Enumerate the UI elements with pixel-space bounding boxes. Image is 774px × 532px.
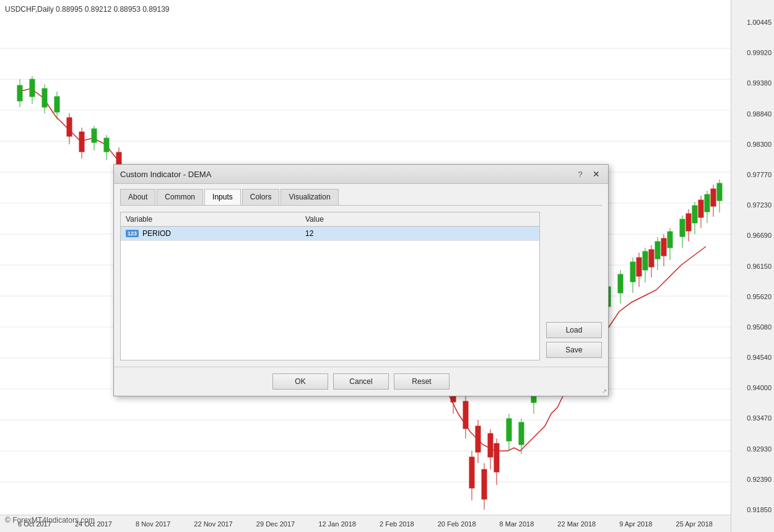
- value-cell: 12: [305, 229, 313, 238]
- load-button[interactable]: Load: [546, 322, 602, 338]
- svg-rect-126: [680, 219, 685, 237]
- tab-common[interactable]: Common: [157, 189, 203, 205]
- tab-inputs[interactable]: Inputs: [204, 189, 241, 205]
- watermark: © ForexMT4Indicators.com: [5, 516, 95, 525]
- column-value: Value: [305, 215, 324, 224]
- svg-rect-138: [661, 238, 666, 256]
- dialog: Custom Indicator - DEMA ? ✕ About Common…: [113, 164, 609, 396]
- price-label: 0.91850: [734, 506, 772, 513]
- date-label: 12 Jan 2018: [318, 520, 356, 528]
- svg-rect-88: [488, 434, 493, 457]
- price-label: 0.97770: [734, 171, 772, 178]
- side-buttons: Load Save: [546, 212, 602, 360]
- price-label: 0.98300: [734, 141, 772, 148]
- variable-name: PERIOD: [142, 229, 171, 238]
- reset-button[interactable]: Reset: [394, 373, 450, 390]
- svg-rect-142: [698, 200, 703, 217]
- price-label: 0.94000: [734, 384, 772, 391]
- variable-icon: 123: [126, 230, 139, 237]
- tab-about[interactable]: About: [120, 189, 155, 205]
- svg-rect-140: [686, 214, 691, 231]
- svg-rect-98: [507, 419, 511, 441]
- svg-rect-134: [637, 258, 641, 276]
- price-label: 0.92930: [734, 445, 772, 453]
- svg-rect-130: [705, 194, 710, 212]
- help-button[interactable]: ?: [575, 168, 586, 180]
- date-label: 8 Mar 2018: [500, 520, 534, 528]
- close-button[interactable]: ✕: [591, 168, 602, 180]
- date-label: 9 Apr 2018: [619, 520, 652, 528]
- inputs-table: Variable Value 123 PERIOD 12: [120, 212, 540, 360]
- dialog-tabs: About Common Inputs Colors Visualization: [114, 184, 608, 205]
- variable-cell: 123 PERIOD: [126, 229, 305, 238]
- price-label: 0.99380: [734, 79, 772, 87]
- chart-title: USDCHF,Daily 0.88995 0.89212 0.88953 0.8…: [5, 5, 170, 14]
- svg-rect-90: [469, 457, 474, 488]
- price-label: 0.92390: [734, 476, 772, 483]
- price-label: 0.96150: [734, 263, 772, 270]
- save-button[interactable]: Save: [546, 342, 602, 358]
- svg-rect-22: [54, 97, 59, 112]
- svg-rect-24: [92, 129, 97, 142]
- date-label: 2 Feb 2018: [380, 520, 414, 528]
- date-label: 22 Mar 2018: [557, 520, 596, 528]
- table-row[interactable]: 123 PERIOD 12: [121, 227, 539, 241]
- svg-rect-16: [17, 85, 22, 101]
- dialog-titlebar: Custom Indicator - DEMA ? ✕: [114, 165, 608, 184]
- svg-rect-92: [482, 469, 487, 499]
- price-label: 0.96690: [734, 232, 772, 239]
- svg-rect-144: [711, 189, 716, 206]
- date-label: 29 Dec 2017: [256, 520, 295, 528]
- svg-rect-94: [494, 443, 499, 472]
- resize-handle[interactable]: ↗: [602, 388, 607, 395]
- price-label: 0.97230: [734, 201, 772, 209]
- svg-rect-136: [649, 250, 654, 267]
- svg-rect-100: [519, 422, 524, 445]
- price-label: 0.93470: [734, 414, 772, 422]
- svg-rect-84: [463, 401, 468, 429]
- date-label: 22 Nov 2017: [194, 520, 232, 528]
- price-label: 1.00445: [734, 19, 772, 26]
- dialog-title: Custom Indicator - DEMA: [120, 170, 211, 179]
- price-label: 0.94540: [734, 354, 772, 361]
- svg-rect-128: [692, 206, 697, 223]
- column-variable: Variable: [126, 215, 305, 224]
- svg-rect-120: [643, 251, 648, 270]
- date-label: 8 Nov 2017: [136, 520, 170, 528]
- date-axis: 6 Oct 2017 24 Oct 2017 8 Nov 2017 22 Nov…: [0, 515, 731, 532]
- dialog-controls: ? ✕: [575, 168, 602, 180]
- price-axis: 1.00445 0.99920 0.99380 0.98840 0.98300 …: [731, 0, 774, 532]
- svg-rect-132: [717, 183, 722, 201]
- price-label: 0.99920: [734, 49, 772, 56]
- price-label: 0.95080: [734, 323, 772, 331]
- svg-rect-42: [67, 118, 72, 136]
- date-label: 25 Apr 2018: [676, 520, 713, 528]
- svg-rect-118: [630, 262, 635, 282]
- dialog-footer: OK Cancel Reset: [114, 367, 608, 396]
- svg-rect-18: [30, 79, 35, 97]
- svg-rect-86: [476, 426, 480, 452]
- svg-rect-20: [42, 89, 47, 107]
- tab-colors[interactable]: Colors: [242, 189, 280, 205]
- svg-rect-26: [104, 138, 109, 152]
- svg-rect-122: [655, 242, 660, 259]
- ok-button[interactable]: OK: [272, 373, 328, 390]
- dialog-body: Variable Value 123 PERIOD 12 Load Save: [114, 206, 608, 367]
- svg-rect-116: [618, 274, 623, 293]
- cancel-button[interactable]: Cancel: [333, 373, 389, 390]
- table-header: Variable Value: [121, 212, 539, 227]
- price-label: 0.98840: [734, 110, 772, 118]
- price-label: 0.95620: [734, 293, 772, 300]
- tab-visualization[interactable]: Visualization: [280, 189, 338, 205]
- svg-rect-124: [667, 232, 672, 248]
- svg-rect-44: [79, 132, 84, 152]
- date-label: 20 Feb 2018: [438, 520, 476, 528]
